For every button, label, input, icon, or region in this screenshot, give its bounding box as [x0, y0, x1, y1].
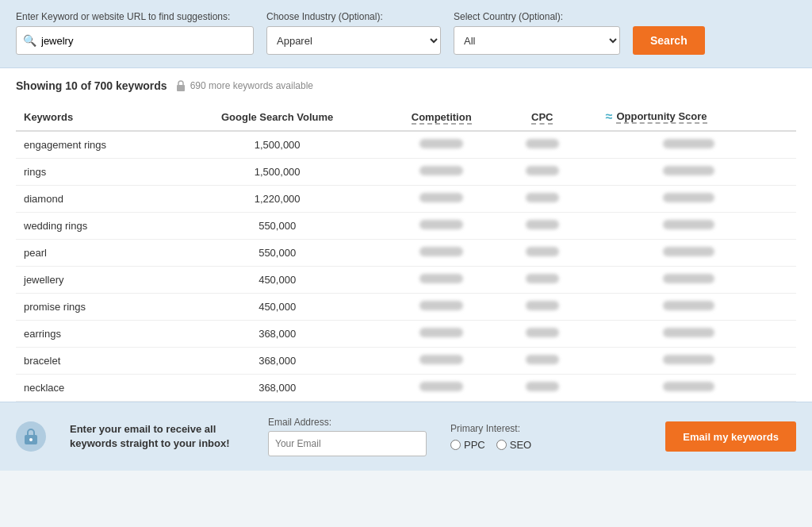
radio-group: PPC SEO: [450, 439, 531, 451]
svg-point-2: [29, 438, 33, 441]
country-field-group: Select Country (Optional): All United St…: [454, 11, 620, 55]
col-header-opportunity: ≈ Opportunity Score: [582, 103, 796, 131]
cell-competition: [381, 240, 503, 267]
cell-volume: 1,220,000: [174, 186, 381, 213]
cell-keyword: wedding rings: [16, 213, 174, 240]
col-header-cpc: CPC: [503, 103, 582, 131]
cell-competition: [381, 131, 503, 159]
cell-opportunity: [582, 159, 796, 186]
cell-volume: 450,000: [174, 267, 381, 294]
bottom-cta: Enter your email to receive all keywords…: [0, 402, 812, 471]
cell-cpc: [503, 240, 582, 267]
cell-cpc: [503, 213, 582, 240]
cell-keyword: pearl: [16, 240, 174, 267]
cell-volume: 368,000: [174, 321, 381, 348]
cell-opportunity: [582, 186, 796, 213]
showing-line: Showing 10 of 700 keywords 690 more keyw…: [16, 79, 796, 92]
col-header-keywords: Keywords: [16, 103, 174, 131]
cell-volume: 1,500,000: [174, 159, 381, 186]
cell-competition: [381, 294, 503, 321]
country-select[interactable]: All United States United Kingdom Canada …: [454, 26, 620, 55]
keyword-field-group: Enter Keyword or website URL to find sug…: [16, 11, 254, 55]
cell-volume: 450,000: [174, 294, 381, 321]
cta-text: Enter your email to receive all keywords…: [70, 422, 244, 451]
cell-opportunity: [582, 375, 796, 402]
email-address-label: Email Address:: [268, 417, 427, 428]
cell-keyword: diamond: [16, 186, 174, 213]
cell-keyword: rings: [16, 159, 174, 186]
country-label: Select Country (Optional):: [454, 11, 620, 22]
cell-opportunity: [582, 348, 796, 375]
cell-keyword: earrings: [16, 321, 174, 348]
table-row: diamond 1,220,000: [16, 186, 796, 213]
showing-count: Showing 10 of 700 keywords: [16, 79, 167, 92]
cell-cpc: [503, 321, 582, 348]
table-row: wedding rings 550,000: [16, 213, 796, 240]
email-keywords-button[interactable]: Email my keywords: [665, 421, 796, 452]
search-button[interactable]: Search: [633, 26, 705, 55]
cell-cpc: [503, 159, 582, 186]
cell-volume: 550,000: [174, 213, 381, 240]
email-section: Email Address:: [268, 417, 427, 456]
wave-icon: ≈: [606, 110, 613, 124]
svg-rect-0: [177, 85, 185, 91]
cell-volume: 1,500,000: [174, 131, 381, 159]
cell-opportunity: [582, 267, 796, 294]
cell-volume: 368,000: [174, 348, 381, 375]
radio-ppc-label[interactable]: PPC: [450, 439, 485, 451]
cell-competition: [381, 186, 503, 213]
cell-opportunity: [582, 240, 796, 267]
cell-cpc: [503, 186, 582, 213]
cell-opportunity: [582, 321, 796, 348]
cell-competition: [381, 375, 503, 402]
table-row: jewellery 450,000: [16, 267, 796, 294]
col-header-competition: Competition: [381, 103, 503, 131]
lock-badge: 690 more keywords available: [175, 79, 313, 92]
table-row: promise rings 450,000: [16, 294, 796, 321]
cell-cpc: [503, 348, 582, 375]
cell-cpc: [503, 375, 582, 402]
cell-keyword: bracelet: [16, 348, 174, 375]
cell-competition: [381, 213, 503, 240]
table-row: pearl 550,000: [16, 240, 796, 267]
radio-seo[interactable]: [496, 440, 507, 450]
table-row: necklace 368,000: [16, 375, 796, 402]
cell-opportunity: [582, 213, 796, 240]
radio-seo-label[interactable]: SEO: [496, 439, 531, 451]
cell-cpc: [503, 267, 582, 294]
industry-label: Choose Industry (Optional):: [266, 11, 441, 22]
table-row: earrings 368,000: [16, 321, 796, 348]
email-input[interactable]: [268, 431, 427, 456]
primary-interest-label: Primary Interest:: [450, 423, 531, 434]
cell-competition: [381, 267, 503, 294]
industry-select[interactable]: All Industries Apparel Electronics Finan…: [266, 26, 441, 55]
table-row: bracelet 368,000: [16, 348, 796, 375]
search-bar: Enter Keyword or website URL to find sug…: [0, 0, 812, 68]
primary-interest-section: Primary Interest: PPC SEO: [450, 423, 531, 451]
cell-volume: 368,000: [174, 375, 381, 402]
search-icon: 🔍: [23, 34, 36, 47]
cell-competition: [381, 348, 503, 375]
email-lock-icon: [23, 428, 39, 445]
cell-keyword: promise rings: [16, 294, 174, 321]
table-row: engagement rings 1,500,000: [16, 131, 796, 159]
cell-cpc: [503, 294, 582, 321]
radio-ppc[interactable]: [450, 440, 461, 450]
table-row: rings 1,500,000: [16, 159, 796, 186]
industry-field-group: Choose Industry (Optional): All Industri…: [266, 11, 441, 55]
cell-opportunity: [582, 294, 796, 321]
more-keywords-text: 690 more keywords available: [190, 80, 313, 91]
cell-opportunity: [582, 131, 796, 159]
keyword-input[interactable]: [41, 35, 247, 47]
cell-competition: [381, 321, 503, 348]
keyword-label: Enter Keyword or website URL to find sug…: [16, 11, 254, 22]
cell-volume: 550,000: [174, 240, 381, 267]
cell-keyword: jewellery: [16, 267, 174, 294]
lock-icon: [175, 79, 186, 92]
keywords-table: Keywords Google Search Volume Competitio…: [16, 103, 796, 402]
cell-cpc: [503, 131, 582, 159]
keyword-input-wrap: 🔍: [16, 26, 254, 55]
results-area: Showing 10 of 700 keywords 690 more keyw…: [0, 68, 812, 402]
cta-icon-wrap: [16, 421, 46, 452]
cell-keyword: necklace: [16, 375, 174, 402]
